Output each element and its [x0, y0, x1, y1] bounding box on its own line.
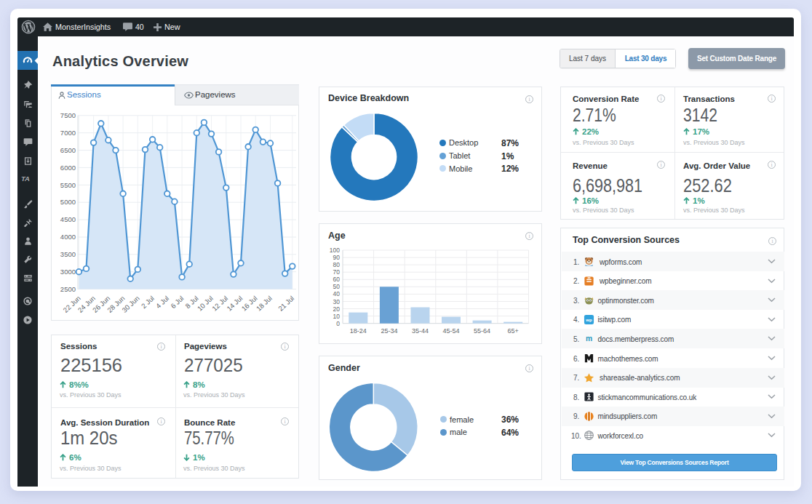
- svg-text:7500: 7500: [60, 111, 76, 119]
- svg-text:40: 40: [333, 290, 341, 297]
- svg-text:45-54: 45-54: [442, 327, 459, 335]
- svg-text:60: 60: [333, 276, 341, 283]
- svg-text:12 Jul: 12 Jul: [210, 294, 229, 312]
- svg-text:65+: 65+: [508, 327, 519, 335]
- svg-text:m: m: [586, 335, 592, 343]
- svg-text:6500: 6500: [60, 146, 76, 154]
- svg-text:21 Jul: 21 Jul: [276, 294, 295, 312]
- svg-text:5500: 5500: [60, 181, 76, 189]
- svg-text:2500: 2500: [60, 285, 76, 293]
- svg-text:10 Jul: 10 Jul: [196, 294, 215, 312]
- svg-text:80: 80: [333, 261, 341, 268]
- svg-text:18-24: 18-24: [350, 327, 367, 335]
- svg-text:35-44: 35-44: [412, 327, 429, 335]
- svg-text:3500: 3500: [60, 250, 76, 258]
- svg-text:wp: wp: [585, 317, 592, 322]
- svg-text:5000: 5000: [60, 198, 76, 206]
- svg-text:20: 20: [333, 305, 341, 313]
- svg-text:90: 90: [333, 254, 341, 261]
- svg-text:7000: 7000: [60, 129, 76, 137]
- svg-text:6000: 6000: [60, 164, 76, 172]
- svg-text:14 Jul: 14 Jul: [225, 294, 244, 312]
- svg-text:10: 10: [333, 313, 341, 320]
- svg-text:6 Jul: 6 Jul: [169, 294, 185, 310]
- svg-text:25-34: 25-34: [381, 327, 397, 335]
- svg-text:4000: 4000: [60, 233, 76, 241]
- svg-text:100: 100: [330, 247, 340, 254]
- svg-text:16 Jul: 16 Jul: [240, 294, 259, 312]
- svg-text:4 Jul: 4 Jul: [154, 294, 170, 310]
- svg-text:50: 50: [333, 283, 341, 290]
- svg-text:30: 30: [333, 298, 341, 305]
- svg-text:18 Jul: 18 Jul: [255, 294, 274, 312]
- svg-text:3000: 3000: [60, 268, 76, 276]
- svg-text:0: 0: [336, 320, 340, 327]
- svg-text:70: 70: [333, 268, 341, 276]
- svg-text:2 Jul: 2 Jul: [140, 294, 156, 310]
- svg-text:4500: 4500: [60, 215, 76, 223]
- svg-text:55-64: 55-64: [474, 327, 490, 335]
